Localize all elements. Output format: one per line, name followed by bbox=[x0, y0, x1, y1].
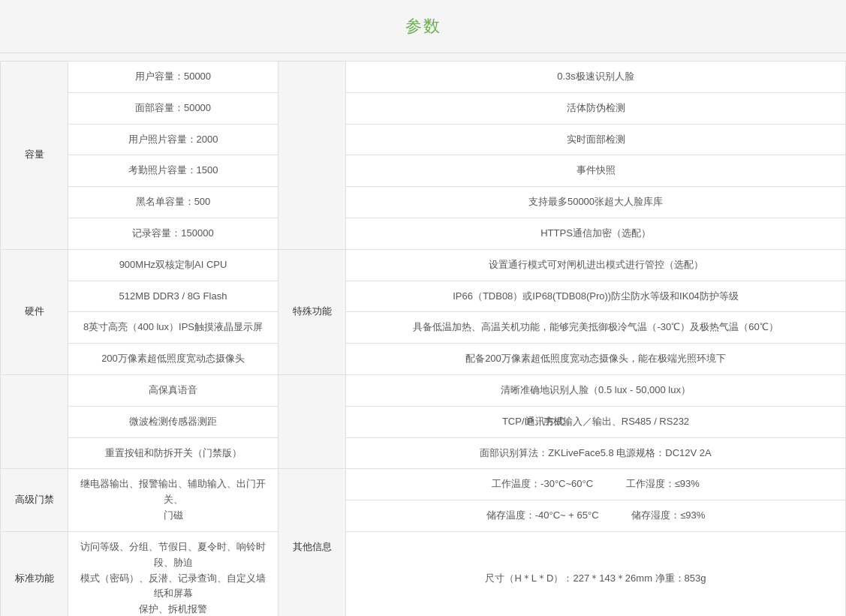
feature-value: 储存温度：-40°C~ + 65°C 储存湿度：≤93% bbox=[346, 500, 846, 532]
param-label: 512MB DDR3 / 8G Flash bbox=[68, 281, 278, 312]
feature-value: 具备低温加热、高温关机功能，能够完美抵御极冷气温（-30℃）及极热气温（60℃） bbox=[346, 312, 846, 344]
table-row: 8英寸高亮（400 lux）IPS触摸液晶显示屏 具备低温加热、高温关机功能，能… bbox=[1, 312, 846, 344]
param-label: 重置按钮和防拆开关（门禁版） bbox=[68, 437, 278, 469]
table-row: 容量 用户容量：50000 0.3s极速识别人脸 bbox=[1, 62, 846, 93]
param-label: 面部容量：50000 bbox=[68, 92, 278, 124]
section-label-misc bbox=[1, 374, 68, 468]
table-row: 200万像素超低照度宽动态摄像头 配备200万像素超低照度宽动态摄像头，能在极端… bbox=[1, 344, 846, 375]
feature-value: 清晰准确地识别人脸（0.5 lux - 50,000 lux） bbox=[346, 374, 846, 406]
feature-value: 事件快照 bbox=[346, 155, 846, 187]
feature-value: 实时面部检测 bbox=[346, 124, 846, 155]
table-row: 512MB DDR3 / 8G Flash IP66（TDB08）或IP68(T… bbox=[1, 281, 846, 312]
feature-value: 尺寸（H＊L＊D）：227＊143＊26mm 净重：853g bbox=[346, 531, 846, 616]
feature-label-other: 其他信息 bbox=[278, 469, 346, 616]
table-row: 硬件 900MHz双核定制AI CPU 特殊功能 设置通行模式可对闸机进出模式进… bbox=[1, 249, 846, 281]
feature-value: 活体防伪检测 bbox=[346, 92, 846, 124]
feature-value: IP66（TDB08）或IP68(TDB08(Pro))防尘防水等级和IK04防… bbox=[346, 281, 846, 312]
feature-value: 配备200万像素超低照度宽动态摄像头，能在极端光照环境下 bbox=[346, 344, 846, 375]
feature-value: 支持最多50000张超大人脸库库 bbox=[346, 187, 846, 218]
param-label: 用户容量：50000 bbox=[68, 62, 278, 93]
table-row: 面部容量：50000 活体防伪检测 bbox=[1, 92, 846, 124]
param-label: 访问等级、分组、节假日、夏令时、响铃时段、胁迫模式（密码）、反潜、记录查询、自定… bbox=[68, 531, 278, 616]
table-row: 微波检测传感器测距 通讯方式 TCP/IP、韦根输入／输出、RS485 / RS… bbox=[1, 406, 846, 437]
table-row: 黑名单容量：500 支持最多50000张超大人脸库库 bbox=[1, 187, 846, 218]
params-table: 容量 用户容量：50000 0.3s极速识别人脸 面部容量：50000 活体防伪… bbox=[0, 61, 846, 616]
table-row: 高保真语音 清晰准确地识别人脸（0.5 lux - 50,000 lux） bbox=[1, 374, 846, 406]
section-label-capacity: 容量 bbox=[1, 62, 68, 250]
section-label-hardware: 硬件 bbox=[1, 249, 68, 374]
param-label: 200万像素超低照度宽动态摄像头 bbox=[68, 344, 278, 375]
param-label: 黑名单容量：500 bbox=[68, 187, 278, 218]
table-row: 用户照片容量：2000 实时面部检测 bbox=[1, 124, 846, 155]
feature-label-blank1 bbox=[278, 62, 346, 250]
param-label: 考勤照片容量：1500 bbox=[68, 155, 278, 187]
table-row: 重置按钮和防拆开关（门禁版） 面部识别算法：ZKLiveFace5.8 电源规格… bbox=[1, 437, 846, 469]
feature-value: HTTPS通信加密（选配） bbox=[346, 218, 846, 249]
param-label: 记录容量：150000 bbox=[68, 218, 278, 249]
table-row: 高级门禁 继电器输出、报警输出、辅助输入、出门开关、门磁 其他信息 工作温度：-… bbox=[1, 469, 846, 500]
separator bbox=[0, 53, 846, 53]
section-label-advanced: 高级门禁 bbox=[1, 469, 68, 532]
feature-value: 0.3s极速识别人脸 bbox=[346, 62, 846, 93]
feature-value: 工作温度：-30°C~60°C 工作湿度：≤93% bbox=[346, 469, 846, 500]
feature-label-special: 特殊功能 bbox=[278, 249, 346, 374]
feature-value: 面部识别算法：ZKLiveFace5.8 电源规格：DC12V 2A bbox=[346, 437, 846, 469]
param-label: 900MHz双核定制AI CPU bbox=[68, 249, 278, 281]
section-label-standard: 标准功能 bbox=[1, 531, 68, 616]
table-row: 记录容量：150000 HTTPS通信加密（选配） bbox=[1, 218, 846, 249]
param-label: 8英寸高亮（400 lux）IPS触摸液晶显示屏 bbox=[68, 312, 278, 344]
table-row: 考勤照片容量：1500 事件快照 bbox=[1, 155, 846, 187]
param-label: 继电器输出、报警输出、辅助输入、出门开关、门磁 bbox=[68, 469, 278, 532]
param-label: 微波检测传感器测距 bbox=[68, 406, 278, 437]
feature-value: 设置通行模式可对闸机进出模式进行管控（选配） bbox=[346, 249, 846, 281]
param-label: 高保真语音 bbox=[68, 374, 278, 406]
param-label: 用户照片容量：2000 bbox=[68, 124, 278, 155]
page-title: 参数 bbox=[0, 15, 846, 38]
feature-label-blank2 bbox=[278, 374, 346, 468]
feature-value: 通讯方式 TCP/IP、韦根输入／输出、RS485 / RS232 bbox=[346, 406, 846, 437]
